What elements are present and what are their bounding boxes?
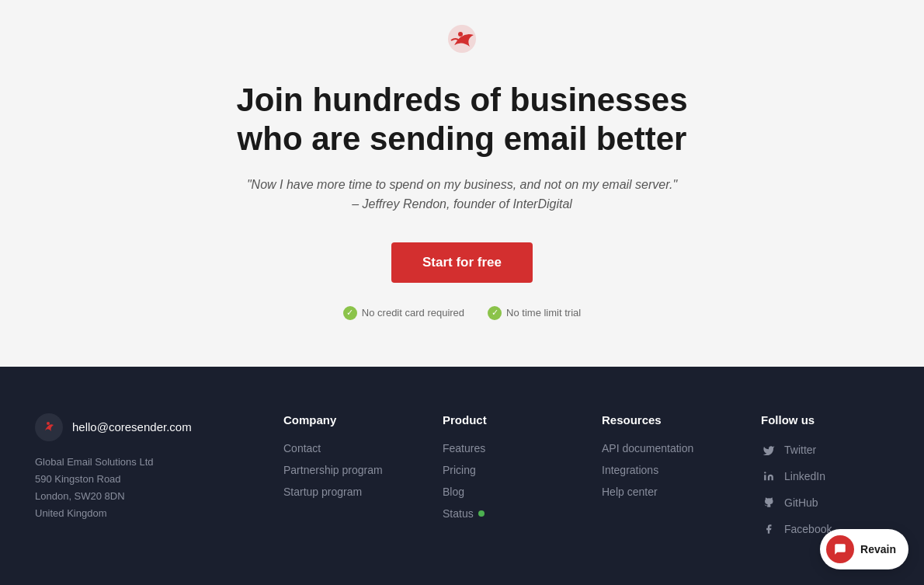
brand-address: Global Email Solutions Ltd 590 Kingston … (35, 454, 252, 522)
brand-logo (431, 23, 493, 62)
company-col-title: Company (283, 413, 412, 427)
product-col-title: Product (443, 413, 571, 427)
follow-col-title: Follow us (761, 413, 889, 427)
check-icon-2: ✓ (488, 306, 502, 320)
brand-email[interactable]: hello@coresender.com (72, 420, 192, 434)
footer-logo-icon (41, 420, 57, 435)
footer-link-features[interactable]: Features (443, 442, 571, 454)
footer-link-blog[interactable]: Blog (443, 486, 571, 498)
svg-point-1 (458, 32, 463, 37)
footer-link-status[interactable]: Status (443, 507, 571, 520)
trust-badges: ✓ No credit card required ✓ No time limi… (16, 306, 908, 320)
footer-follow-col: Follow us Twitter LinkedIn (761, 413, 889, 548)
resources-col-title: Resources (602, 413, 730, 427)
footer-grid: hello@coresender.com Global Email Soluti… (35, 413, 889, 585)
footer-link-github[interactable]: GitHub (761, 495, 889, 510)
linkedin-icon (761, 468, 776, 484)
github-icon (761, 495, 776, 510)
footer-link-contact[interactable]: Contact (283, 442, 412, 454)
twitter-icon (761, 442, 776, 458)
svg-point-3 (764, 472, 766, 473)
footer-link-pricing[interactable]: Pricing (443, 464, 571, 476)
footer-link-twitter[interactable]: Twitter (761, 442, 889, 458)
footer-product-col: Product Features Pricing Blog Status (443, 413, 571, 548)
trust-badge-credit: ✓ No credit card required (343, 306, 464, 320)
hero-title: Join hundreds of businesses who are send… (16, 81, 908, 159)
footer-link-linkedin[interactable]: LinkedIn (761, 468, 889, 484)
brand-top: hello@coresender.com (35, 413, 252, 441)
logo-area (16, 23, 908, 65)
footer-company-col: Company Contact Partnership program Star… (283, 413, 412, 548)
footer-link-startup[interactable]: Startup program (283, 486, 412, 498)
check-icon-1: ✓ (343, 306, 357, 320)
hero-quote: "Now I have more time to spend on my bus… (16, 175, 908, 214)
trust-badge-trial: ✓ No time limit trial (488, 306, 581, 320)
status-dot (478, 510, 485, 517)
footer-link-api-docs[interactable]: API documentation (602, 442, 730, 454)
revain-label: Revain (860, 543, 896, 555)
svg-point-2 (47, 422, 50, 425)
footer-link-help-center[interactable]: Help center (602, 486, 730, 498)
start-free-button[interactable]: Start for free (391, 242, 533, 283)
revain-widget[interactable]: Revain (820, 529, 908, 569)
footer: hello@coresender.com Global Email Soluti… (0, 367, 924, 585)
facebook-icon (761, 521, 776, 537)
hero-section: Join hundreds of businesses who are send… (0, 0, 924, 367)
footer-link-partnership[interactable]: Partnership program (283, 464, 412, 476)
brand-icon (35, 413, 63, 441)
footer-brand-col: hello@coresender.com Global Email Soluti… (35, 413, 252, 548)
footer-link-integrations[interactable]: Integrations (602, 464, 730, 476)
revain-chat-icon (826, 535, 854, 563)
footer-resources-col: Resources API documentation Integrations… (602, 413, 730, 548)
